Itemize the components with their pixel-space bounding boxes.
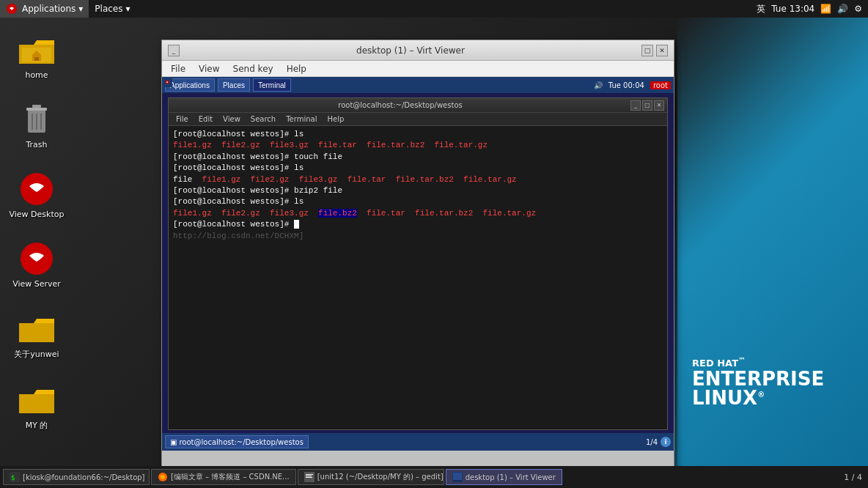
vm-page-indicator: 1/4 i [646, 437, 671, 447]
svg-rect-2 [34, 57, 39, 61]
about-yunwei-folder-icon [19, 313, 54, 344]
desktop-icon-view-desktop[interactable]: View Desktop [7, 171, 66, 219]
svg-rect-19 [306, 477, 312, 478]
minimize-button[interactable]: _ [168, 45, 180, 56]
terminal-minimize[interactable]: _ [630, 100, 641, 111]
virt-menu-file[interactable]: File [165, 62, 191, 75]
vm-redhat-icon [162, 77, 172, 87]
virt-menu-sendkey[interactable]: Send key [227, 62, 279, 75]
virt-menu-view[interactable]: View [193, 62, 225, 75]
vm-root-badge: root [650, 81, 671, 89]
taskbar-virt-task[interactable]: desktop (1) – Virt Viewer [446, 469, 562, 485]
vm-page-text: 1/4 [646, 438, 658, 446]
term-line-1: [root@localhost westos]# ls [173, 129, 663, 140]
places-arrow: ▾ [126, 4, 130, 14]
virt-menubar: File View Send key Help [162, 61, 674, 77]
settings-icon: ⚙ [854, 4, 862, 14]
brand-line2: ENTERPRISE [692, 369, 868, 388]
term-line-4: [root@localhost westos]# ls [173, 163, 663, 174]
svg-text:$: $ [11, 474, 15, 481]
vm-right-info: 🔊 Tue 00:04 root [594, 81, 671, 89]
taskbar-desktop-label: [kiosk@foundation66:~/Desktop] [23, 473, 145, 481]
browser-task-icon [158, 472, 168, 482]
terminal-menu-edit[interactable]: Edit [194, 115, 217, 123]
terminal-menu-view[interactable]: View [218, 115, 245, 123]
trash-icon-label: Trash [26, 140, 47, 149]
vm-volume-icon: 🔊 [594, 81, 603, 89]
vm-terminal-task-icon: ▣ [170, 438, 177, 446]
terminal-menu-search[interactable]: Search [246, 115, 280, 123]
my-folder-icon [19, 384, 54, 415]
view-desktop-icon [19, 171, 54, 207]
desktop-icon-trash[interactable]: Trash [7, 102, 66, 149]
term-line-9: [root@localhost westos]# [173, 219, 663, 230]
taskbar-browser-label: [编辑文章 – 博客频道 – CSDN.NE... [171, 472, 290, 482]
terminal-menu-help[interactable]: Help [323, 115, 348, 123]
places-label: Places [95, 4, 122, 14]
svg-rect-22 [453, 481, 462, 481]
virt-viewer-window: _ desktop (1) – Virt Viewer □ ✕ File Vie… [161, 40, 674, 466]
applications-label: Applications [22, 4, 76, 14]
wifi-icon: 📶 [820, 4, 831, 14]
svg-rect-17 [306, 474, 313, 475]
svg-rect-5 [32, 105, 41, 108]
vm-desktop: Applications Places Terminal 🔊 Tue 00:04… [162, 77, 674, 451]
vm-info-icon[interactable]: i [661, 437, 671, 447]
vm-bottom-bar: ▣ root@localhost:~/Desktop/westos 1/4 i [162, 433, 674, 451]
home-folder-icon [19, 34, 54, 65]
taskbar-virt-label: desktop (1) – Virt Viewer [466, 473, 556, 481]
terminal-titlebar[interactable]: root@localhost:~/Desktop/westos _ □ ✕ [169, 98, 667, 113]
term-watermark: http://blog.csdn.net/DCHXM] [173, 231, 663, 242]
taskbar-editor-label: [unit12 (~/Desktop/MY 的) – gedit] [317, 472, 444, 482]
taskbar-editor-task[interactable]: [unit12 (~/Desktop/MY 的) – gedit] [298, 469, 444, 485]
desktop-icons: home Trash [7, 32, 66, 431]
places-menu[interactable]: Places ▾ [89, 0, 136, 18]
vm-inner-taskbar: Applications Places Terminal 🔊 Tue 00:04… [162, 77, 674, 93]
desktop: RED HAT™ ENTERPRISE LINUX® home [0, 18, 868, 466]
vm-terminal-task[interactable]: ▣ root@localhost:~/Desktop/westos [165, 435, 309, 448]
svg-rect-21 [453, 473, 462, 480]
vm-applications-btn[interactable]: Applications [165, 78, 215, 92]
view-server-icon [19, 241, 54, 276]
term-line-5: file file1.gz file2.gz file3.gz file.tar… [173, 174, 663, 185]
terminal-close[interactable]: ✕ [654, 100, 664, 111]
term-line-2: file1.gz file2.gz file3.gz file.tar file… [173, 140, 663, 151]
bottom-page-indicator: 1 / 4 [844, 473, 865, 482]
virt-task-icon [452, 472, 463, 482]
svg-rect-18 [306, 476, 312, 476]
applications-menu[interactable]: Applications ▾ [0, 0, 89, 18]
desktop-icon-view-server[interactable]: View Server [7, 241, 66, 289]
term-line-7: [root@localhost westos]# ls [173, 196, 663, 207]
home-icon-label: home [25, 70, 48, 80]
svg-rect-4 [26, 108, 47, 111]
term-line-6: [root@localhost westos]# bzip2 file [173, 185, 663, 196]
terminal-title: root@localhost:~/Desktop/westos [172, 101, 629, 109]
terminal-content[interactable]: [root@localhost westos]# ls file1.gz fil… [169, 126, 667, 428]
about-yunwei-label: 关于yunwei [14, 349, 59, 360]
taskbar-browser-task[interactable]: [编辑文章 – 博客频道 – CSDN.NE... [151, 469, 296, 485]
terminal-maximize[interactable]: □ [642, 100, 652, 111]
virt-menu-help[interactable]: Help [281, 62, 312, 75]
bottom-taskbar: $ [kiosk@foundation66:~/Desktop] [编辑文章 –… [0, 466, 868, 488]
desktop-icon-about-yunwei[interactable]: 关于yunwei [7, 311, 66, 360]
close-button[interactable]: ✕ [656, 45, 668, 56]
vm-time: Tue 00:04 [608, 81, 644, 89]
vm-terminal-btn[interactable]: Terminal [253, 78, 291, 92]
terminal-menu-terminal[interactable]: Terminal [282, 115, 321, 123]
terminal-menubar: File Edit View Search Terminal Help [169, 113, 667, 126]
desktop-icon-home[interactable]: home [7, 32, 66, 80]
taskbar-desktop-task[interactable]: $ [kiosk@foundation66:~/Desktop] [3, 469, 150, 485]
language-indicator: 英 [757, 3, 765, 15]
desktop-icon-my[interactable]: MY 的 [7, 382, 66, 431]
editor-task-icon [304, 472, 315, 482]
view-desktop-label: View Desktop [10, 210, 65, 219]
vm-terminal-task-label: root@localhost:~/Desktop/westos [179, 438, 303, 446]
datetime-display: Tue 13:04 [771, 4, 814, 14]
maximize-button[interactable]: □ [641, 45, 653, 56]
vm-places-btn[interactable]: Places [218, 78, 250, 92]
trash-icon [22, 102, 51, 137]
my-icon-label: MY 的 [26, 420, 48, 431]
terminal-menu-file[interactable]: File [172, 115, 193, 123]
virt-titlebar[interactable]: _ desktop (1) – Virt Viewer □ ✕ [162, 40, 674, 61]
terminal-task-icon: $ [10, 472, 20, 482]
